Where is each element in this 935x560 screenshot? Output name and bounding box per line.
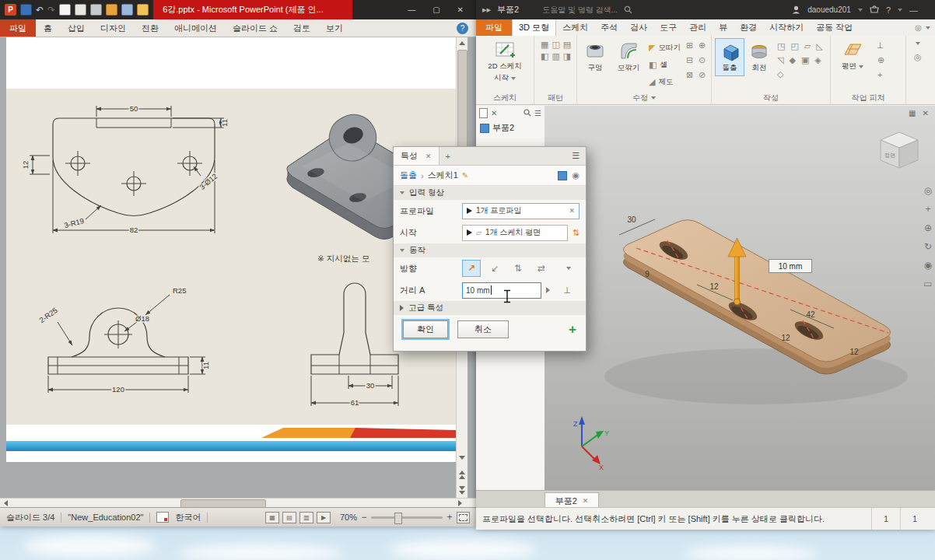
- scroll-up-button[interactable]: [457, 37, 468, 49]
- print-preview-icon[interactable]: [75, 4, 86, 16]
- 3d-viewport[interactable]: 30 9 12 42 12 12: [545, 106, 935, 490]
- direction-symmetric-button[interactable]: ⇅: [509, 260, 527, 277]
- search-input[interactable]: 도움말 및 명령 검색...: [542, 5, 618, 16]
- browser-close-icon[interactable]: ✕: [491, 109, 497, 117]
- work-axis-icon[interactable]: ⟂: [877, 41, 884, 50]
- ucs-icon[interactable]: +: [877, 71, 884, 79]
- sweep-icon[interactable]: ◳: [777, 42, 785, 51]
- loft-icon[interactable]: ◰: [790, 42, 798, 51]
- close-button[interactable]: ✕: [457, 5, 464, 14]
- revolve-button[interactable]: 회전: [744, 38, 774, 76]
- tab-insert[interactable]: 삽입: [60, 19, 93, 37]
- decal-icon[interactable]: ◆: [789, 56, 795, 65]
- language-indicator[interactable]: 한국어: [175, 512, 201, 523]
- zoom-out-button[interactable]: −: [360, 512, 368, 523]
- zoom-slider-thumb[interactable]: [394, 513, 402, 524]
- next-slide-button[interactable]: [457, 485, 468, 496]
- panel-label-sketch[interactable]: 스케치: [476, 93, 534, 103]
- ok-button[interactable]: 확인: [403, 320, 448, 338]
- circular-pattern-icon[interactable]: ◫: [552, 40, 559, 49]
- pattern-icon-6[interactable]: ◨: [563, 52, 571, 61]
- unwrap-icon[interactable]: ◇: [777, 70, 783, 79]
- direction-default-button[interactable]: ↗: [462, 260, 481, 277]
- powerpoint-logo-icon[interactable]: P: [5, 4, 16, 16]
- add-tab-icon[interactable]: +: [439, 147, 457, 165]
- document-tab[interactable]: 부품2 ✕: [545, 492, 599, 509]
- thicken-icon[interactable]: ⊟: [686, 56, 693, 65]
- browser-menu-icon[interactable]: ☰: [534, 109, 541, 117]
- tab-view[interactable]: 보기: [318, 19, 351, 37]
- app-menu-icon[interactable]: ▸▸: [482, 5, 491, 15]
- delete-face-icon[interactable]: ⊙: [699, 56, 706, 65]
- minimize-button[interactable]: —: [408, 5, 415, 14]
- zoom-icon[interactable]: ⊕: [922, 221, 934, 235]
- dim-42[interactable]: 42: [806, 310, 815, 319]
- section-advanced[interactable]: 고급 특성: [394, 301, 586, 315]
- direction-dropdown-icon[interactable]: [566, 267, 571, 270]
- slide-canvas[interactable]: 50 11 12 82 3-R19 3-Ø12: [6, 37, 456, 462]
- redo-icon[interactable]: ↷: [47, 5, 55, 15]
- extrude-distance-tag[interactable]: 10 mm: [769, 259, 812, 273]
- help-icon[interactable]: ?: [886, 5, 891, 15]
- hole-button[interactable]: 구멍: [580, 40, 611, 73]
- chart-icon[interactable]: [106, 4, 117, 16]
- section-behavior[interactable]: 동작: [394, 243, 586, 257]
- scroll-down-button[interactable]: [457, 452, 468, 464]
- search-icon[interactable]: [624, 5, 632, 14]
- quick-print-icon[interactable]: [90, 4, 102, 16]
- split-icon[interactable]: ⊠: [686, 71, 693, 79]
- panel-label-work-features[interactable]: 작업 피쳐: [831, 93, 905, 103]
- ribbon-display-icon[interactable]: ◎: [915, 23, 922, 32]
- slideshow-button[interactable]: ▶: [317, 512, 331, 523]
- direction-asymmetric-button[interactable]: ⇄: [532, 260, 551, 277]
- tab-animations[interactable]: 애니메이션: [166, 19, 225, 37]
- fit-to-window-button[interactable]: [457, 512, 470, 523]
- cancel-button[interactable]: 취소: [457, 320, 509, 338]
- combine-icon[interactable]: ⊞: [686, 41, 693, 50]
- browser-node-part[interactable]: 부품2: [476, 121, 545, 135]
- minimize-button[interactable]: —: [909, 5, 918, 15]
- extra-icon[interactable]: ◎: [914, 53, 922, 61]
- sketch-pattern-icon[interactable]: ◧: [541, 52, 548, 61]
- browser-search-icon[interactable]: [524, 109, 531, 118]
- distance-input[interactable]: 10 mm: [462, 282, 541, 299]
- help-dropdown-icon[interactable]: [898, 9, 902, 12]
- shell-button[interactable]: ◧ 셸: [649, 60, 667, 70]
- tab-design[interactable]: 디자인: [93, 19, 134, 37]
- breadcrumb-sketch[interactable]: 스케치1: [428, 170, 458, 181]
- clear-profile-icon[interactable]: ✕: [569, 207, 575, 215]
- panel-label-pattern[interactable]: 패턴: [534, 93, 576, 103]
- new-slide-icon[interactable]: [59, 4, 71, 16]
- username[interactable]: daouedu201: [807, 5, 851, 14]
- extrude-button[interactable]: 돌출: [715, 38, 744, 76]
- user-dropdown-icon[interactable]: [858, 9, 863, 12]
- tab-manage[interactable]: 관리: [683, 19, 713, 36]
- tab-tools[interactable]: 도구: [653, 19, 683, 36]
- dock-icon[interactable]: ▦: [909, 109, 916, 117]
- zoom-in-button[interactable]: +: [446, 512, 453, 523]
- distance-flyout-icon[interactable]: [546, 287, 550, 293]
- tab-transitions[interactable]: 전환: [134, 19, 166, 37]
- fillet-button[interactable]: 모깎기: [611, 40, 646, 73]
- look-at-icon[interactable]: ◉: [922, 258, 934, 272]
- to-surface-icon[interactable]: ⟂: [564, 285, 570, 296]
- save-icon[interactable]: [20, 4, 32, 16]
- zoom-slider[interactable]: [371, 516, 443, 519]
- draft-button[interactable]: ◢ 제도: [649, 77, 673, 87]
- ribbon-collapse-icon[interactable]: [926, 26, 930, 30]
- dim-12a[interactable]: 12: [709, 282, 719, 291]
- mirror-icon[interactable]: ▤: [563, 40, 571, 49]
- dim-12b[interactable]: 12: [781, 334, 790, 342]
- derive-icon[interactable]: ▣: [801, 56, 809, 65]
- tab-slideshow[interactable]: 슬라이드 쇼: [225, 19, 285, 37]
- orbit-icon[interactable]: ↻: [922, 240, 934, 254]
- tab-home[interactable]: 홈: [36, 19, 60, 37]
- user-icon[interactable]: [792, 5, 800, 14]
- dim-9[interactable]: 9: [645, 270, 650, 278]
- rib-icon[interactable]: ◺: [816, 42, 822, 51]
- help-icon[interactable]: ?: [457, 23, 468, 34]
- store-icon[interactable]: [870, 5, 879, 14]
- flip-start-icon[interactable]: ⇅: [573, 228, 580, 238]
- direct-edit-icon[interactable]: ⊕: [699, 41, 706, 50]
- close-panel-icon[interactable]: ✕: [922, 109, 928, 117]
